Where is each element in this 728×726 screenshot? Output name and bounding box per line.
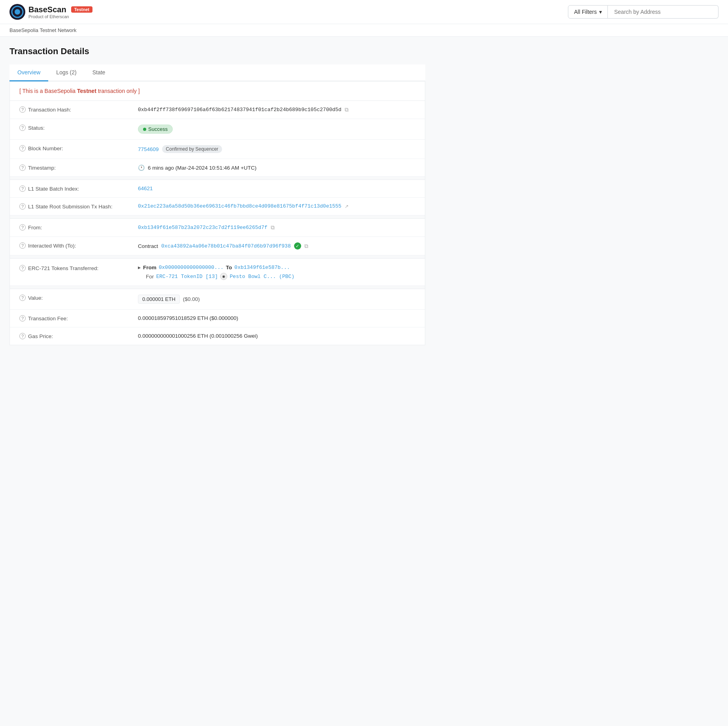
row-interacted-with: ? Interacted With (To): Contract 0xca438… — [10, 237, 425, 255]
help-icon-fee[interactable]: ? — [19, 315, 26, 321]
testnet-notice-highlight: Testnet — [77, 88, 96, 94]
value-transaction-hash: 0xb44f2ff738f69697106a6f63b62174837941f0… — [138, 106, 349, 113]
help-icon-l1-batch[interactable]: ? — [19, 185, 26, 192]
page-title: Transaction Details — [9, 46, 425, 57]
search-area: All Filters ▾ — [568, 5, 719, 19]
tabs-container: Overview Logs (2) State — [9, 64, 425, 81]
label-l1-batch-index: ? L1 State Batch Index: — [19, 185, 138, 192]
help-icon-from[interactable]: ? — [19, 224, 26, 231]
token-transfer-block: ▸ From 0x0000000000000000... To 0xb1349f… — [138, 264, 294, 280]
copy-to-icon[interactable]: ⧉ — [304, 243, 308, 250]
row-value: ? Value: 0.000001 ETH ($0.00) — [10, 289, 425, 310]
help-icon-block[interactable]: ? — [19, 145, 26, 151]
label-from: ? From: — [19, 224, 138, 231]
section-divider-2 — [10, 216, 425, 219]
basescan-logo-icon — [9, 4, 25, 20]
usd-value: ($0.00) — [183, 296, 200, 302]
chevron-down-icon: ▾ — [599, 9, 602, 15]
filter-button[interactable]: All Filters ▾ — [568, 5, 608, 19]
copy-tx-hash-icon[interactable]: ⧉ — [345, 106, 349, 113]
help-icon-gas[interactable]: ? — [19, 333, 26, 339]
contract-prefix: Contract — [138, 243, 158, 249]
l1-batch-index-link[interactable]: 64621 — [138, 185, 153, 191]
status-text: Success — [148, 126, 168, 132]
value-status: Success — [138, 125, 173, 134]
for-label: For — [146, 274, 154, 280]
help-icon-erc721[interactable]: ? — [19, 265, 26, 271]
tab-logs[interactable]: Logs (2) — [48, 64, 84, 81]
section-divider-4 — [10, 286, 425, 289]
row-l1-root-hash: ? L1 State Root Submission Tx Hash: 0x21… — [10, 198, 425, 216]
erc721-to-link[interactable]: 0xb1349f61e587b... — [234, 265, 290, 270]
section-divider-1 — [10, 177, 425, 180]
label-timestamp: ? Timestamp: — [19, 164, 138, 171]
confirmed-badge: Confirmed by Sequencer — [162, 145, 223, 153]
help-icon-to[interactable]: ? — [19, 242, 26, 249]
label-transaction-hash: ? Transaction Hash: — [19, 106, 138, 113]
erc721-token-id-link[interactable]: ERC-721 TokenID [13] — [156, 274, 218, 280]
value-block-number: 7754609 Confirmed by Sequencer — [138, 145, 222, 153]
help-icon-value[interactable]: ? — [19, 295, 26, 301]
value-l1-batch-index: 64621 — [138, 185, 153, 191]
row-gas-price: ? Gas Price: 0.0000000000010​00256 ETH (… — [10, 327, 425, 345]
value-transaction-fee: 0.00001859795101​8529 ETH ($0.000000) — [138, 315, 238, 321]
timestamp-text: 6 mins ago (Mar-24-2024 10:51:46 AM +UTC… — [148, 165, 256, 171]
help-icon-tx-hash[interactable]: ? — [19, 106, 26, 113]
row-l1-batch-index: ? L1 State Batch Index: 64621 — [10, 180, 425, 198]
testnet-badge: Testnet — [71, 6, 92, 13]
from-address-link[interactable]: 0xb1349f61e587b23a2072c23c7d2f119ee6265d… — [138, 225, 268, 231]
status-dot — [143, 128, 146, 131]
external-link-icon: ↗ — [345, 204, 349, 209]
tx-hash-value: 0xb44f2ff738f69697106a6f63b62174837941f0… — [138, 107, 341, 113]
value-l1-root-hash: 0x21ec223a6a58d50b36ee69631c46fb7bbd8ce4… — [138, 203, 349, 209]
label-erc721: ? ERC-721 Tokens Transferred: — [19, 264, 138, 271]
header: BaseScan Testnet Product of Etherscan Al… — [0, 0, 728, 24]
status-badge: Success — [138, 125, 173, 134]
value-interacted-with: Contract 0xca43892a4a06e78b01c47ba84f07d… — [138, 242, 308, 250]
arrow-icon: ▸ — [138, 264, 141, 270]
content-card: [ This is a BaseSepolia Testnet transact… — [9, 81, 425, 345]
transfer-line-2: For ERC-721 TokenID [13] ◉ Pesto Bowl C.… — [146, 273, 294, 280]
erc721-token-name-link[interactable]: Pesto Bowl C... (PBC) — [230, 274, 294, 280]
value-eth: 0.000001 ETH ($0.00) — [138, 295, 200, 304]
testnet-notice: [ This is a BaseSepolia Testnet transact… — [10, 81, 425, 101]
row-transaction-fee: ? Transaction Fee: 0.00001859795101​8529… — [10, 310, 425, 327]
from-label: From — [143, 265, 157, 270]
erc721-from-link[interactable]: 0x0000000000000000... — [159, 265, 224, 270]
testnet-notice-prefix: [ This is a BaseSepolia — [19, 88, 77, 94]
clock-icon: 🕐 — [138, 164, 145, 171]
section-divider-3 — [10, 255, 425, 259]
row-erc721: ? ERC-721 Tokens Transferred: ▸ From 0x0… — [10, 259, 425, 286]
tab-overview[interactable]: Overview — [9, 64, 48, 81]
help-icon-status[interactable]: ? — [19, 125, 26, 131]
help-icon-l1-root[interactable]: ? — [19, 203, 26, 210]
eth-value-badge: 0.000001 ETH — [138, 295, 180, 304]
tx-fee-text: 0.00001859795101​8529 ETH ($0.000000) — [138, 315, 238, 321]
l1-root-hash-link[interactable]: 0x21ec223a6a58d50b36ee69631c46fb7bbd8ce4… — [138, 203, 341, 209]
search-input[interactable] — [608, 5, 719, 19]
main-content: Transaction Details Overview Logs (2) St… — [0, 37, 435, 355]
filter-label: All Filters — [574, 9, 597, 15]
row-transaction-hash: ? Transaction Hash: 0xb44f2ff738f6969710… — [10, 101, 425, 119]
label-status: ? Status: — [19, 125, 138, 131]
row-from: ? From: 0xb1349f61e587b23a2072c23c7d2f11… — [10, 219, 425, 237]
copy-from-icon[interactable]: ⧉ — [271, 224, 275, 231]
row-timestamp: ? Timestamp: 🕐 6 mins ago (Mar-24-2024 1… — [10, 159, 425, 177]
row-block-number: ? Block Number: 7754609 Confirmed by Seq… — [10, 140, 425, 159]
help-icon-timestamp[interactable]: ? — [19, 164, 26, 171]
row-status: ? Status: Success — [10, 119, 425, 140]
label-transaction-fee: ? Transaction Fee: — [19, 315, 138, 321]
label-value: ? Value: — [19, 295, 138, 301]
value-gas-price: 0.0000000000010​00256 ETH (0.001000256 G… — [138, 333, 258, 339]
svg-point-2 — [15, 9, 20, 15]
to-address-link[interactable]: 0xca43892a4a06e78b01c47ba84f07d6b97d96f9… — [161, 243, 291, 249]
to-label: To — [226, 265, 232, 270]
value-erc721: ▸ From 0x0000000000000000... To 0xb1349f… — [138, 264, 294, 280]
gas-price-text: 0.0000000000010​00256 ETH (0.001000256 G… — [138, 333, 258, 339]
logo-text: BaseScan Testnet Product of Etherscan — [28, 5, 92, 19]
label-gas-price: ? Gas Price: — [19, 333, 138, 339]
block-number-link[interactable]: 7754609 — [138, 146, 159, 152]
value-timestamp: 🕐 6 mins ago (Mar-24-2024 10:51:46 AM +U… — [138, 164, 256, 171]
logo-area: BaseScan Testnet Product of Etherscan — [9, 4, 92, 20]
tab-state[interactable]: State — [85, 64, 113, 81]
